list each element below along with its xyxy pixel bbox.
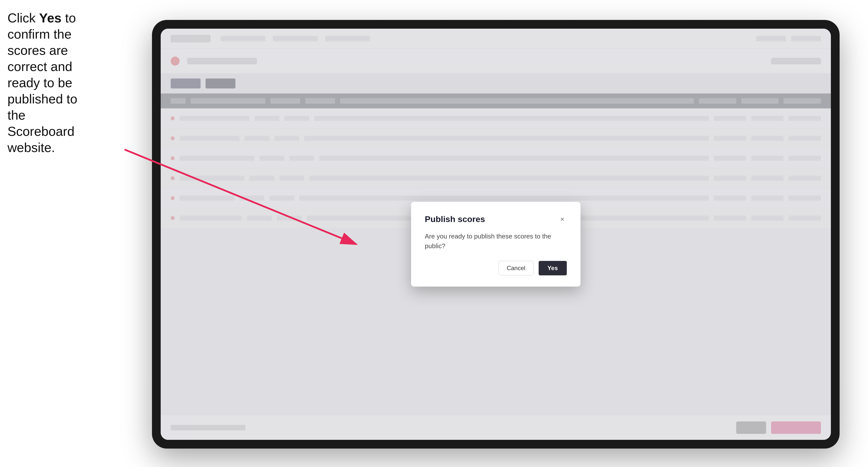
modal-body-text: Are you ready to publish these scores to… — [425, 231, 567, 251]
modal-overlay: Publish scores × Are you ready to publis… — [161, 29, 831, 440]
yes-button[interactable]: Yes — [539, 261, 567, 275]
modal-footer: Cancel Yes — [425, 261, 567, 275]
tablet-screen: Publish scores × Are you ready to publis… — [161, 29, 831, 440]
tablet-device: Publish scores × Are you ready to publis… — [152, 20, 840, 448]
modal-close-button[interactable]: × — [558, 215, 567, 224]
modal-title: Publish scores — [425, 214, 485, 224]
modal-header: Publish scores × — [425, 214, 567, 224]
modal-dialog: Publish scores × Are you ready to publis… — [411, 202, 581, 287]
instruction-bold: Yes — [39, 11, 62, 25]
instruction-text: Click Yes to confirm the scores are corr… — [7, 10, 80, 156]
cancel-button[interactable]: Cancel — [498, 261, 534, 275]
